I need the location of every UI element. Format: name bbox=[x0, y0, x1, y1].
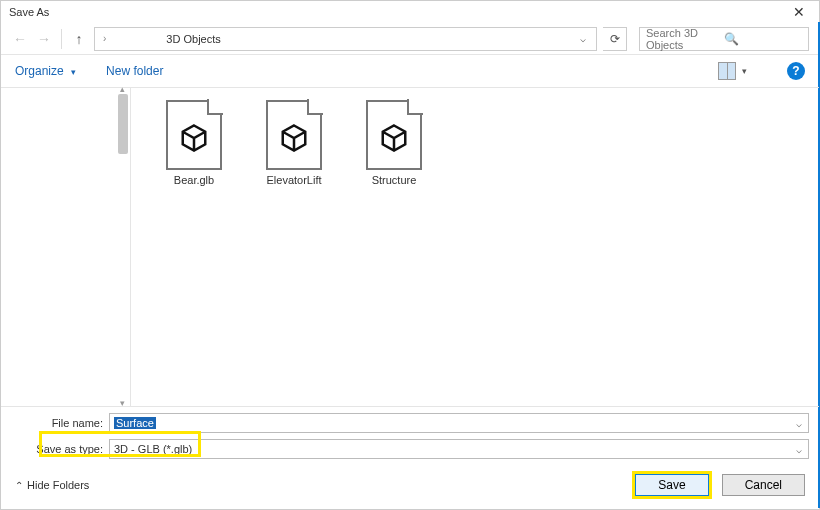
toolbar: Organize ▾ New folder ▾ ? bbox=[1, 55, 819, 87]
save-form: File name: Surface ⌵ Save as type: 3D - … bbox=[1, 406, 819, 463]
search-placeholder: Search 3D Objects bbox=[646, 27, 724, 51]
scroll-up-icon[interactable]: ▴ bbox=[116, 84, 128, 94]
filename-row: File name: Surface ⌵ bbox=[11, 413, 809, 433]
file-item[interactable]: Bear.glb bbox=[159, 100, 229, 186]
forward-button[interactable]: → bbox=[35, 30, 53, 48]
refresh-button[interactable]: ⟳ bbox=[603, 27, 627, 51]
file-3d-icon bbox=[266, 100, 322, 170]
chevron-up-icon: ⌃ bbox=[15, 480, 23, 491]
footer: ⌃ Hide Folders Save Cancel bbox=[1, 463, 819, 509]
dialog-title: Save As bbox=[7, 6, 785, 18]
up-button[interactable]: ↑ bbox=[70, 30, 88, 48]
new-folder-button[interactable]: New folder bbox=[106, 64, 163, 78]
help-button[interactable]: ? bbox=[787, 62, 805, 80]
organize-label: Organize bbox=[15, 64, 64, 78]
body-area: ▴ ▾ Bear.glb ElevatorLift bbox=[1, 87, 819, 406]
hide-folders-label: Hide Folders bbox=[27, 479, 89, 491]
search-input[interactable]: Search 3D Objects 🔍 bbox=[639, 27, 809, 51]
savetype-row: Save as type: 3D - GLB (*.glb) ⌵ bbox=[11, 439, 809, 459]
filename-value: Surface bbox=[114, 417, 156, 429]
address-bar[interactable]: › 3D Objects ⌵ bbox=[94, 27, 597, 51]
chevron-down-icon: ▾ bbox=[742, 66, 747, 76]
cancel-button[interactable]: Cancel bbox=[722, 474, 805, 496]
file-list: Bear.glb ElevatorLift Structure bbox=[131, 88, 819, 406]
savetype-label: Save as type: bbox=[11, 443, 103, 455]
file-label: Structure bbox=[372, 174, 417, 186]
file-label: Bear.glb bbox=[174, 174, 214, 186]
filename-label: File name: bbox=[11, 417, 103, 429]
scrollbar-thumb[interactable] bbox=[118, 94, 128, 154]
file-item[interactable]: Structure bbox=[359, 100, 429, 186]
nav-separator bbox=[61, 29, 62, 49]
address-dropdown-icon[interactable]: ⌵ bbox=[580, 33, 586, 44]
savetype-value: 3D - GLB (*.glb) bbox=[114, 443, 192, 455]
chevron-down-icon[interactable]: ⌵ bbox=[796, 418, 802, 429]
file-item[interactable]: ElevatorLift bbox=[259, 100, 329, 186]
titlebar: Save As ✕ bbox=[1, 1, 819, 23]
view-toggle[interactable]: ▾ bbox=[718, 62, 747, 80]
save-as-dialog: Save As ✕ ← → ↑ › 3D Objects ⌵ ⟳ Search … bbox=[0, 0, 820, 510]
file-3d-icon bbox=[366, 100, 422, 170]
current-folder-label: 3D Objects bbox=[166, 33, 220, 45]
close-icon[interactable]: ✕ bbox=[785, 4, 813, 20]
nav-row: ← → ↑ › 3D Objects ⌵ ⟳ Search 3D Objects… bbox=[1, 23, 819, 55]
hide-folders-toggle[interactable]: ⌃ Hide Folders bbox=[15, 479, 89, 491]
chevron-down-icon: ▾ bbox=[71, 67, 76, 77]
chevron-down-icon[interactable]: ⌵ bbox=[796, 444, 802, 455]
file-3d-icon bbox=[166, 100, 222, 170]
view-mode-icon bbox=[718, 62, 736, 80]
annotation-highlight: Save bbox=[632, 471, 711, 499]
back-button[interactable]: ← bbox=[11, 30, 29, 48]
savetype-select[interactable]: 3D - GLB (*.glb) ⌵ bbox=[109, 439, 809, 459]
organize-menu[interactable]: Organize ▾ bbox=[15, 64, 76, 78]
search-icon: 🔍 bbox=[724, 32, 802, 46]
save-button[interactable]: Save bbox=[635, 474, 708, 496]
filename-input[interactable]: Surface ⌵ bbox=[109, 413, 809, 433]
folder-tree[interactable]: ▴ ▾ bbox=[1, 88, 131, 406]
file-label: ElevatorLift bbox=[266, 174, 321, 186]
path-chevron-icon: › bbox=[103, 33, 106, 44]
